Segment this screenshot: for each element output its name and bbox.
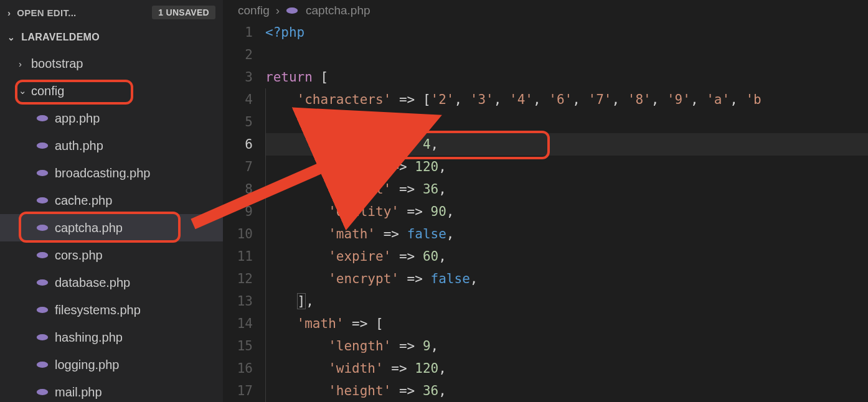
tree-item-label: bootstrap [31,57,83,71]
line-number[interactable]: 11 [223,245,253,268]
folder-bootstrap[interactable]: ›bootstrap [0,50,223,77]
editor: config › captcha.php 1234567891011121314… [223,0,868,402]
tree-item-label: hashing.php [55,330,123,345]
chevron-down-icon: ⌄ [19,85,31,96]
line-number[interactable]: 17 [223,380,253,402]
php-file-icon [36,169,50,177]
line-number[interactable]: 8 [223,178,253,200]
breadcrumb-separator-icon: › [276,4,280,17]
svg-point-11 [286,7,298,14]
folder-config[interactable]: ⌄config [0,77,223,105]
svg-point-9 [37,362,48,368]
php-file-icon [36,251,50,259]
code-line[interactable]: 'encrypt' => false, [265,268,868,290]
unsaved-badge: 1 UNSAVED [152,6,215,19]
svg-point-0 [37,115,48,121]
project-name: LARAVELDEMO [21,32,100,43]
code-line[interactable]: 'math' => false, [265,223,868,245]
file-filesystems.php[interactable]: filesystems.php [0,296,223,324]
file-tree: ›bootstrap⌄configapp.phpauth.phpbroadcas… [0,50,223,402]
tree-item-label: database.php [55,276,130,290]
chevron-down-icon: ⌄ [7,32,15,42]
line-number[interactable]: 2 [223,44,253,66]
code-line[interactable]: return [ [265,66,868,88]
tree-item-label: app.php [55,111,100,126]
tree-item-label: logging.php [55,358,119,372]
file-captcha.php[interactable]: captcha.php [0,214,223,241]
svg-point-6 [37,279,48,286]
code-area: 1234567891011121314151617 <?phpreturn [ … [223,21,868,402]
file-broadcasting.php[interactable]: broadcasting.php [0,159,223,187]
file-cache.php[interactable]: cache.php [0,187,223,214]
code-content[interactable]: <?phpreturn [ 'characters' => ['2', '3',… [265,21,868,402]
svg-point-1 [37,143,48,149]
code-line[interactable]: 'quality' => 90, [265,200,868,223]
code-line[interactable]: 'height' => 36, [265,178,868,200]
tree-item-label: cors.php [55,248,103,263]
open-editors-header[interactable]: › OPEN EDIT... 1 UNSAVED [0,0,223,25]
svg-point-10 [37,389,48,395]
breadcrumb[interactable]: config › captcha.php [223,0,868,21]
code-line[interactable]: ], [265,290,868,312]
line-number[interactable]: 5 [223,111,253,133]
breadcrumb-file[interactable]: captcha.php [306,4,370,17]
php-file-icon [36,388,50,396]
php-file-icon [36,196,50,205]
line-number[interactable]: 3 [223,66,253,88]
code-line[interactable]: 'length' => 4, [265,133,868,156]
svg-point-3 [37,197,48,203]
code-line[interactable]: <?php [265,21,868,44]
file-hashing.php[interactable]: hashing.php [0,324,223,351]
php-file-icon [36,333,50,342]
code-line[interactable]: 'width' => 120, [265,357,868,380]
open-editors-label: OPEN EDIT... [17,7,152,18]
tree-item-label: cache.php [55,194,112,208]
line-number[interactable]: 10 [223,223,253,245]
line-number[interactable]: 7 [223,156,253,178]
file-logging.php[interactable]: logging.php [0,351,223,378]
tree-item-label: mail.php [55,385,102,400]
svg-point-4 [37,225,48,231]
tree-item-label: auth.php [55,139,103,153]
file-mail.php[interactable]: mail.php [0,378,223,402]
chevron-right-icon: › [7,7,11,18]
code-line[interactable]: 'length' => 9, [265,335,868,357]
line-number[interactable]: 6 [223,133,253,156]
code-line[interactable]: 'height' => 36, [265,380,868,402]
php-file-icon [36,114,50,123]
file-app.php[interactable]: app.php [0,105,223,132]
code-line[interactable]: 'math' => [ [265,312,868,335]
project-header[interactable]: ⌄ LARAVELDEMO [0,25,223,50]
code-line[interactable]: 'width' => 120, [265,156,868,178]
tree-item-label: config [31,84,64,98]
line-number[interactable]: 16 [223,357,253,380]
svg-point-5 [37,252,48,258]
code-line[interactable]: 'characters' => ['2', '3', '4', '6', '7'… [265,88,868,111]
code-line[interactable]: 'expire' => 60, [265,245,868,268]
code-line[interactable] [265,44,868,66]
svg-point-8 [37,334,48,340]
line-number[interactable]: 1 [223,21,253,44]
chevron-right-icon: › [19,58,31,69]
svg-point-7 [37,307,48,313]
line-number[interactable]: 15 [223,335,253,357]
line-number[interactable]: 14 [223,312,253,335]
tree-item-label: captcha.php [55,221,123,235]
line-number[interactable]: 13 [223,290,253,312]
line-number[interactable]: 12 [223,268,253,290]
breadcrumb-folder[interactable]: config [238,4,270,17]
code-line[interactable]: 'default' => [ [265,111,868,133]
file-cors.php[interactable]: cors.php [0,241,223,269]
line-number[interactable]: 4 [223,88,253,111]
sidebar: › OPEN EDIT... 1 UNSAVED ⌄ LARAVELDEMO ›… [0,0,223,402]
php-file-icon [36,223,50,232]
file-auth.php[interactable]: auth.php [0,132,223,159]
php-file-icon [36,360,50,369]
file-database.php[interactable]: database.php [0,269,223,296]
tree-item-label: broadcasting.php [55,166,150,180]
php-file-icon [36,306,50,314]
line-number[interactable]: 9 [223,200,253,223]
php-file-icon [286,6,300,15]
svg-point-2 [37,170,48,176]
tree-item-label: filesystems.php [55,303,141,317]
